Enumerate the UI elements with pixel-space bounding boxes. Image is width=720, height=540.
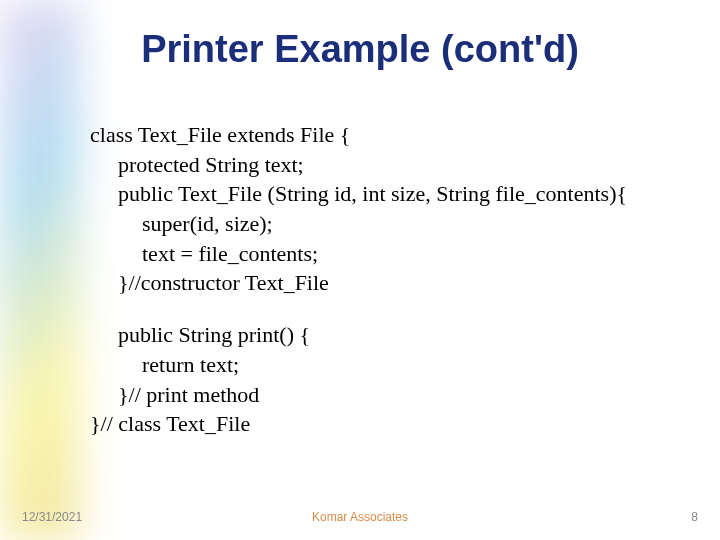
footer-page-number: 8	[691, 510, 698, 524]
footer-author: Komar Associates	[0, 510, 720, 524]
code-line: text = file_contents;	[90, 239, 627, 269]
code-line: }// print method	[90, 380, 627, 410]
code-line: class Text_File extends File {	[90, 120, 627, 150]
slide-background-gradient	[0, 0, 80, 540]
blank-line	[90, 298, 627, 320]
code-line: return text;	[90, 350, 627, 380]
code-line: public String print() {	[90, 320, 627, 350]
code-line: public Text_File (String id, int size, S…	[90, 179, 627, 209]
code-line: }//constructor Text_File	[90, 268, 627, 298]
code-line: }// class Text_File	[90, 409, 627, 439]
code-line: protected String text;	[90, 150, 627, 180]
slide-title: Printer Example (cont'd)	[0, 28, 720, 71]
code-line: super(id, size);	[90, 209, 627, 239]
code-block: class Text_File extends File { protected…	[90, 120, 627, 439]
